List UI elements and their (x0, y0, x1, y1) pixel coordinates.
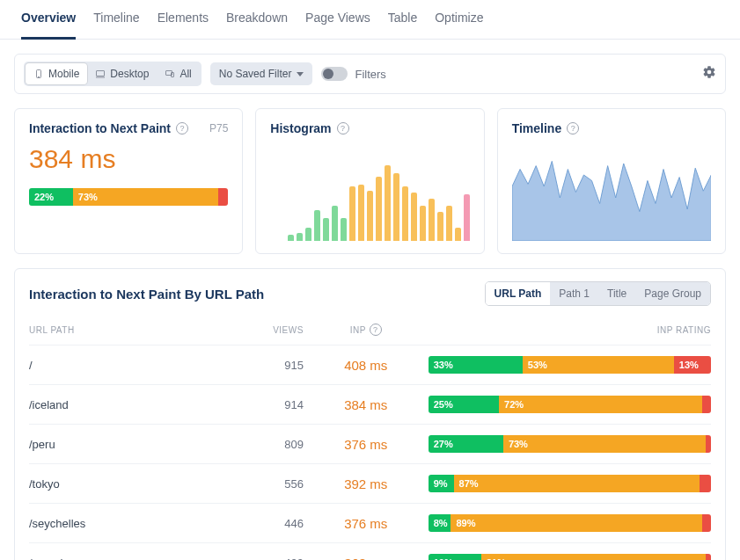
histogram-bar (349, 186, 355, 241)
group-title[interactable]: Title (598, 282, 635, 305)
percentile-badge: P75 (209, 122, 228, 135)
row-inp: 368 ms (314, 556, 418, 561)
histogram-bar (393, 173, 399, 241)
tab-overview[interactable]: Overview (21, 11, 76, 40)
row-inp: 408 ms (314, 358, 418, 373)
histogram-bar (446, 206, 452, 241)
device-desktop[interactable]: Desktop (87, 63, 157, 84)
table-row[interactable]: /tokyo556392 ms9%87% (29, 463, 711, 503)
row-views: 556 (228, 477, 304, 491)
tab-breakdown[interactable]: Breakdown (226, 11, 288, 39)
col-path: URL PATH (29, 325, 217, 335)
detail-panel: Interaction to Next Paint By URL Path UR… (14, 268, 726, 560)
row-views: 915 (228, 359, 304, 372)
table-row[interactable]: /seychelles446376 ms8%89% (29, 503, 711, 542)
device-mobile[interactable]: Mobile (26, 63, 87, 84)
histogram-chart (270, 144, 469, 241)
chevron-down-icon (297, 72, 304, 76)
tab-table[interactable]: Table (388, 11, 417, 39)
histogram-bar (429, 199, 435, 241)
row-rating-bar: 9%87% (429, 475, 711, 492)
metric-card: Interaction to Next Paint ? P75 384 ms 2… (14, 108, 243, 254)
filters-toggle[interactable] (321, 67, 348, 81)
filters-label: Filters (355, 68, 385, 81)
histogram-bar (305, 228, 311, 241)
histogram-bar (367, 191, 373, 241)
tab-optimize[interactable]: Optimize (435, 11, 483, 39)
detail-title: Interaction to Next Paint By URL Path (29, 287, 264, 302)
histogram-bar (455, 228, 461, 241)
col-inp: INP ? (314, 324, 418, 336)
metric-rating-bar: 22%73% (29, 188, 228, 206)
metric-value: 384 ms (29, 144, 228, 174)
tab-timeline[interactable]: Timeline (93, 11, 139, 39)
row-views: 914 (228, 398, 304, 411)
histogram-bar (402, 186, 408, 241)
table-row[interactable]: /iceland914384 ms25%72% (29, 384, 711, 424)
settings-button[interactable] (702, 65, 716, 83)
row-inp: 384 ms (314, 397, 418, 412)
histogram-bar (288, 235, 294, 241)
svg-rect-5 (172, 73, 174, 77)
device-all[interactable]: All (157, 63, 199, 84)
row-rating-bar: 33%53%13% (429, 356, 711, 374)
tab-page-views[interactable]: Page Views (305, 11, 370, 39)
histogram-bar (411, 193, 417, 241)
row-inp: 376 ms (314, 437, 418, 452)
histogram-title: Histogram (270, 121, 331, 135)
histogram-bar (358, 185, 364, 241)
timeline-chart (512, 144, 711, 241)
tab-elements[interactable]: Elements (158, 11, 209, 39)
group-url-path[interactable]: URL Path (486, 282, 551, 305)
table-row[interactable]: /915408 ms33%53%13% (29, 345, 711, 384)
row-views: 446 (228, 517, 304, 530)
row-rating-bar: 19%81% (429, 554, 711, 560)
saved-filter-dropdown[interactable]: No Saved Filter (210, 62, 313, 85)
row-path: /iceland (29, 398, 217, 411)
timeline-card: Timeline ? (497, 108, 726, 254)
device-segment: MobileDesktopAll (24, 62, 201, 86)
histogram-bar (376, 177, 382, 241)
histogram-bar (385, 165, 391, 241)
help-icon[interactable]: ? (370, 324, 382, 336)
row-inp: 392 ms (314, 476, 418, 491)
row-rating-bar: 8%89% (429, 514, 711, 532)
gear-icon (702, 65, 716, 79)
histogram-bar (323, 218, 329, 241)
histogram-bar (332, 206, 338, 241)
timeline-title: Timeline (512, 121, 562, 135)
col-views: VIEWS (228, 325, 304, 335)
row-views: 809 (228, 438, 304, 451)
histogram-bar (437, 212, 443, 241)
histogram-bar (297, 233, 303, 241)
help-icon[interactable]: ? (567, 122, 579, 135)
table-row[interactable]: /peru809376 ms27%73% (29, 424, 711, 463)
saved-filter-label: No Saved Filter (219, 68, 292, 80)
metric-title: Interaction to Next Paint (29, 121, 171, 135)
row-path: /search (29, 556, 217, 561)
row-path: / (29, 359, 217, 372)
row-path: /peru (29, 438, 217, 451)
row-rating-bar: 25%72% (429, 396, 711, 413)
histogram-bar (314, 210, 320, 241)
row-path: /seychelles (29, 517, 217, 530)
group-path-1[interactable]: Path 1 (550, 282, 598, 305)
top-tabs: OverviewTimelineElementsBreakdownPage Vi… (0, 0, 740, 40)
histogram-bar (341, 218, 347, 241)
table-row[interactable]: /search409368 ms19%81% (29, 542, 711, 560)
row-path: /tokyo (29, 477, 217, 491)
help-icon[interactable]: ? (176, 122, 188, 135)
group-by-segment: URL PathPath 1TitlePage Group (485, 281, 711, 306)
help-icon[interactable]: ? (337, 122, 349, 135)
row-views: 409 (228, 556, 304, 561)
histogram-bar (420, 206, 426, 241)
col-rating: INP RATING (429, 325, 711, 335)
row-rating-bar: 27%73% (429, 435, 711, 453)
row-inp: 376 ms (314, 516, 418, 531)
filter-toolbar: MobileDesktopAll No Saved Filter Filters (14, 54, 726, 94)
histogram-bar (464, 194, 470, 241)
histogram-card: Histogram ? (255, 108, 484, 254)
group-page-group[interactable]: Page Group (635, 282, 710, 305)
table-header: URL PATH VIEWS INP ? INP RATING (29, 318, 711, 345)
svg-rect-2 (97, 71, 105, 76)
